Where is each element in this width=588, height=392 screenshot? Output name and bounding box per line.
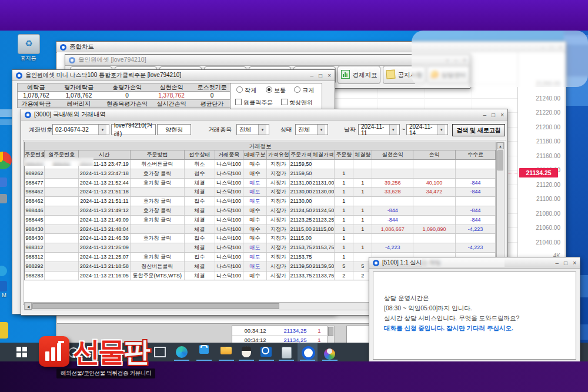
support-center-button[interactable]: 상담센터 [427, 66, 470, 84]
store-taskbar-icon[interactable] [198, 346, 211, 359]
table-row[interactable]: 9884622024-11-13 21:51:18체결나스닥100매도지정가21… [25, 187, 496, 197]
table-cell: 988462 [25, 197, 45, 206]
table-row[interactable]: 9884302024-11-13 21:48:04체결나스닥100매수지정가21… [25, 225, 496, 234]
column-header[interactable]: 접수상태 [185, 150, 215, 159]
date-to-select[interactable]: 2024-11-14▾ [406, 124, 448, 135]
notices-button[interactable]: 공지사항 [383, 66, 426, 84]
table-row[interactable]: 9884302024-11-13 21:46:39호가창 클릭접수나스닥100매… [25, 234, 496, 243]
close-icon[interactable]: × [559, 44, 562, 51]
column-header[interactable]: 주문번호 [25, 150, 45, 159]
economic-indicators-button[interactable]: 경제지표 [338, 66, 380, 84]
history-window-titlebar[interactable]: [3000] 국내/해외 거래내역 – □ × [21, 109, 507, 120]
column-header[interactable]: 매매구분 [243, 150, 268, 159]
paint-taskbar-icon[interactable] [323, 346, 336, 359]
column-header[interactable]: 손익 [413, 150, 456, 159]
maximize-icon[interactable]: □ [319, 72, 322, 79]
search-refresh-button[interactable]: 검색 및 새로고침 [452, 124, 505, 136]
size-radio-normal[interactable]: 보통 [266, 86, 286, 95]
running-app-indicator [279, 360, 294, 361]
column-header[interactable]: 주문가격 [290, 150, 312, 159]
table-row[interactable]: 9883122024-11-13 21:25:09체결나스닥100매도지정가21… [25, 243, 496, 253]
table-cell: 지정가 [267, 187, 290, 196]
maximize-icon[interactable]: □ [492, 112, 495, 118]
table-cell [45, 225, 79, 234]
column-header[interactable]: 체결가격 [312, 150, 335, 159]
minimize-icon[interactable]: – [455, 57, 458, 63]
table-cell: 2024-11-13 23:47:18 [79, 169, 131, 178]
table-cell: 지정가 [267, 169, 290, 178]
table-cell: 1 [335, 253, 353, 262]
trading-app-taskbar-icon[interactable] [301, 346, 314, 359]
outlook-taskbar-icon[interactable] [260, 346, 273, 359]
table-cell [353, 169, 372, 178]
close-icon[interactable]: × [463, 57, 466, 63]
column-header[interactable]: 실현손익 [372, 150, 413, 159]
table-row[interactable]: 9884622024-11-13 21:51:11호가창 클릭접수나스닥100매… [25, 197, 496, 206]
table-cell: -844 [456, 187, 496, 196]
column-header[interactable]: 주문방법 [131, 150, 185, 159]
table-cell: 통합주문(MTS,WTS) [131, 272, 185, 280]
scroll-left-icon[interactable]: ◀ [25, 303, 32, 310]
minimize-icon[interactable]: – [483, 112, 487, 118]
close-icon[interactable]: × [500, 112, 504, 118]
table-row[interactable]: 9884452024-11-13 21:49:09호가창 클릭체결나스닥100매… [25, 216, 496, 225]
desktop-shortcut-icon[interactable] [0, 194, 7, 203]
start-button[interactable] [16, 347, 27, 357]
table-cell: 5 [335, 262, 353, 271]
desktop-shortcut-icon[interactable] [0, 322, 8, 339]
account-id-field[interactable]: love794210(거래) [111, 124, 156, 135]
date-from-select[interactable]: 2024-11-11▾ [358, 124, 400, 135]
desktop-shortcut-icon[interactable] [0, 177, 7, 187]
chart-window-titlebar[interactable]: 종합차트 – □ × [56, 42, 566, 53]
table-cell: 체결 [185, 272, 215, 280]
column-header[interactable]: 시간 [79, 150, 131, 159]
time-sales-row[interactable]: 00:34:1221134,251 [232, 326, 328, 336]
pin-icon[interactable]: ○ [446, 57, 449, 63]
minimize-icon[interactable]: – [556, 260, 559, 266]
symbol-select[interactable]: 전체▾ [236, 124, 269, 135]
close-icon[interactable]: × [328, 72, 331, 79]
maximize-icon[interactable]: □ [550, 44, 553, 51]
edge-taskbar-icon[interactable] [175, 346, 188, 359]
column-header[interactable]: 원주문번호 [45, 150, 79, 159]
account-select[interactable]: 02-04674-32▾ [52, 124, 109, 135]
table-cell [456, 169, 496, 178]
file-explorer-taskbar-icon[interactable] [220, 346, 233, 359]
column-header[interactable]: 수수료 [456, 150, 496, 159]
order-window-titlebar[interactable]: 올인원에셋 미니 나스닥100 통합호가클릭주문 [love794210] – … [12, 70, 335, 81]
table-cell: 988430 [25, 225, 45, 234]
table-cell [131, 243, 185, 252]
scroll-up-icon[interactable]: ▲ [497, 142, 504, 149]
asset-window-titlebar[interactable]: 올인원에셋 [love794210] ○ – × [65, 55, 470, 66]
table-row[interactable]: 9892622024-11-13 23:47:18호가창 클릭접수나스닥100매… [25, 169, 496, 179]
desktop-shortcut-icon[interactable] [0, 281, 7, 292]
table-cell [456, 234, 496, 243]
column-header[interactable]: 거래종목 [215, 150, 243, 159]
one-click-order-checkbox[interactable]: 원클릭주문 [235, 99, 273, 107]
qq-taskbar-icon[interactable] [240, 346, 253, 359]
always-on-top-checkbox[interactable]: 항상맨위 [281, 99, 313, 107]
account-name-field[interactable]: 양현정 [157, 124, 191, 135]
minimize-icon[interactable]: – [542, 44, 545, 51]
column-header[interactable]: 주문량 [335, 150, 353, 159]
table-row[interactable]: 9884462024-11-13 21:49:12호가창 클릭체결나스닥100매… [25, 206, 496, 216]
table-row[interactable]: 9892639892622024-11-13 23:47:19취소버튼클릭취소나… [25, 160, 496, 169]
status-select[interactable]: 전체▾ [295, 124, 328, 135]
maximize-icon[interactable]: □ [564, 260, 567, 266]
chat-window-titlebar[interactable]: [5100] 1:1 실시간 채팅 – □ × [369, 257, 580, 269]
table-row[interactable]: 9884772024-11-13 21:52:44호가창 클릭체결나스닥100매… [25, 179, 496, 188]
table-cell: 21124,500 [312, 206, 335, 215]
notepad-taskbar-icon[interactable] [280, 346, 293, 359]
size-radio-large[interactable]: 크게 [294, 86, 314, 95]
column-header[interactable]: 체결량 [353, 150, 372, 159]
table-cell: 나스닥100 [215, 169, 243, 178]
date-separator: ~ [402, 124, 405, 136]
size-radio-small[interactable]: 작게 [236, 86, 256, 95]
close-icon[interactable]: × [573, 260, 576, 266]
task-view-taskbar-icon[interactable] [153, 346, 166, 359]
recycle-bin-icon[interactable]: ♻ [18, 34, 40, 54]
price-axis-label: 21160.00 [519, 153, 560, 159]
column-header[interactable]: 가격유형 [267, 150, 290, 159]
chat-message-area[interactable]: 상담 운영시간은 [08:30 ~ 익일05:00]까지 입니다. 실시간 상담… [373, 272, 576, 360]
minimize-icon[interactable]: – [310, 72, 314, 79]
